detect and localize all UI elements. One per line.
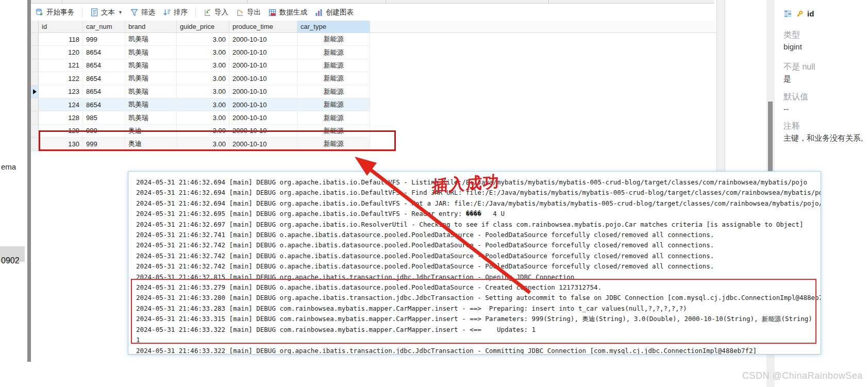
filter-icon	[130, 8, 139, 16]
cell-id[interactable]: 128	[39, 111, 83, 124]
cell-car_num[interactable]: 8654	[83, 46, 125, 59]
cell-car_num[interactable]: 999	[83, 33, 125, 46]
table-row[interactable]: 128985凯美瑞3.002000-10-10新能源	[31, 111, 370, 124]
cell-brand[interactable]: 凯美瑞	[125, 72, 177, 85]
table-row[interactable]: 1228654凯美瑞3.002000-10-10新能源	[31, 72, 370, 85]
create-chart-button[interactable]: 创建图表	[315, 8, 354, 17]
table-row[interactable]: 129999奥迪3.002000-10-10新能源	[31, 125, 370, 138]
cell-produce_time[interactable]: 2000-10-10	[229, 33, 297, 46]
table-row[interactable]: 1208654凯美瑞3.002000-10-10新能源	[31, 46, 370, 59]
table-row[interactable]: 1218654凯美瑞3.002000-10-10新能源	[31, 59, 370, 72]
cell-car_num[interactable]: 8654	[83, 86, 125, 98]
cell-brand[interactable]: 凯美瑞	[125, 33, 177, 46]
cell-car_num[interactable]: 8654	[83, 59, 125, 72]
import-button[interactable]: 导入	[204, 8, 228, 17]
scrollbar-thumb[interactable]	[768, 102, 773, 172]
cell-brand[interactable]: 凯美瑞	[125, 86, 177, 98]
cell-produce_time[interactable]: 2000-10-10	[229, 59, 297, 72]
cell-brand[interactable]: 奥迪	[125, 138, 177, 150]
table-body: 118999凯美瑞3.002000-10-10新能源1208654凯美瑞3.00…	[31, 33, 370, 151]
cell-car_type[interactable]: 新能源	[297, 72, 370, 85]
column-header-car-num[interactable]: car_num	[83, 21, 125, 33]
table-row[interactable]: 1238654凯美瑞3.002000-10-10新能源	[31, 86, 370, 98]
cell-id[interactable]: 118	[39, 33, 83, 46]
row-gutter-cell[interactable]	[31, 125, 39, 138]
cell-brand[interactable]: 凯美瑞	[125, 46, 177, 59]
row-gutter-cell[interactable]	[31, 72, 39, 85]
cell-car_type[interactable]: 新能源	[297, 98, 370, 111]
cell-guide_price[interactable]: 3.00	[177, 98, 229, 111]
cell-id[interactable]: 122	[39, 72, 83, 85]
cell-id[interactable]: 120	[39, 46, 83, 59]
cell-id[interactable]: 129	[39, 125, 83, 138]
cell-produce_time[interactable]: 2000-10-10	[229, 111, 297, 124]
cell-car_type[interactable]: 新能源	[297, 111, 370, 124]
toolbar-divider	[195, 7, 196, 18]
cell-car_type[interactable]: 新能源	[297, 138, 370, 150]
cell-car_num[interactable]: 8654	[83, 98, 125, 111]
cell-guide_price[interactable]: 3.00	[177, 46, 229, 59]
cell-brand[interactable]: 凯美瑞	[125, 59, 177, 72]
table-row[interactable]: 130999奥迪3.002000-10-10新能源	[31, 138, 370, 150]
cell-guide_price[interactable]: 3.00	[177, 125, 229, 138]
cell-car_type[interactable]: 新能源	[297, 125, 370, 138]
row-gutter-cell[interactable]	[31, 138, 39, 150]
cell-id[interactable]: 130	[39, 138, 83, 150]
cell-car_type[interactable]: 新能源	[297, 33, 370, 46]
cell-produce_time[interactable]: 2000-10-10	[229, 46, 297, 59]
cell-car_num[interactable]: 999	[83, 125, 125, 138]
cell-produce_time[interactable]: 2000-10-10	[229, 86, 297, 98]
table-row[interactable]: 1248654凯美瑞3.002000-10-10新能源	[31, 98, 370, 111]
row-gutter-cell[interactable]	[31, 59, 39, 72]
row-gutter-cell[interactable]	[31, 33, 39, 46]
column-header-produce-time[interactable]: produce_time	[229, 21, 297, 33]
cell-guide_price[interactable]: 3.00	[177, 111, 229, 124]
table-row[interactable]: 118999凯美瑞3.002000-10-10新能源	[31, 33, 370, 46]
filter-button[interactable]: 筛选	[130, 8, 155, 17]
data-generate-button[interactable]: 数据生成	[269, 8, 307, 17]
text-view-button[interactable]: 文本 ▼	[90, 8, 123, 17]
begin-transaction-button[interactable]: 开始事务	[36, 8, 74, 17]
left-item-fragment: 0902	[1, 256, 20, 265]
cell-id[interactable]: 121	[39, 59, 83, 72]
log-line: 2024-05-31 21:46:32.695 [main] DEBUG org…	[136, 209, 821, 219]
column-header-car-type[interactable]: car_type	[297, 21, 370, 33]
cell-brand[interactable]: 凯美瑞	[125, 111, 177, 124]
cell-guide_price[interactable]: 3.00	[177, 138, 229, 150]
cell-produce_time[interactable]: 2000-10-10	[229, 98, 297, 111]
toolbar-divider	[82, 7, 82, 18]
cell-car_num[interactable]: 985	[83, 111, 125, 124]
cell-brand[interactable]: 奥迪	[125, 125, 177, 138]
column-header-guide-price[interactable]: guide_price	[177, 21, 229, 33]
cell-produce_time[interactable]: 2000-10-10	[229, 138, 297, 150]
screenshot-stage: ema 0902 开始事务 文本 ▼ 筛选	[0, 0, 868, 387]
cell-guide_price[interactable]: 3.00	[177, 33, 229, 46]
row-gutter-cell[interactable]	[31, 98, 39, 111]
row-gutter-cell[interactable]	[31, 86, 39, 98]
info-value-comment: 主键，和业务没有关系,	[783, 133, 863, 143]
cell-car_type[interactable]: 新能源	[297, 59, 370, 72]
cell-guide_price[interactable]: 3.00	[177, 86, 229, 98]
cell-produce_time[interactable]: 2000-10-10	[229, 72, 297, 85]
cell-car_num[interactable]: 8654	[83, 72, 125, 85]
export-button[interactable]: 导出	[236, 8, 261, 17]
cell-produce_time[interactable]: 2000-10-10	[229, 125, 297, 138]
field-grid-icon	[783, 10, 792, 18]
cell-brand[interactable]: 凯美瑞	[125, 98, 177, 111]
cell-guide_price[interactable]: 3.00	[177, 59, 229, 72]
cell-id[interactable]: 123	[39, 86, 83, 98]
column-header-id[interactable]: id	[39, 21, 83, 33]
grid-header-extension	[370, 21, 716, 33]
cell-car_type[interactable]: 新能源	[297, 86, 370, 98]
debug-log-console[interactable]: 2024-05-31 21:46:32.694 [main] DEBUG org…	[128, 171, 821, 355]
cell-id[interactable]: 124	[39, 98, 83, 111]
result-grid: id car_num brand guide_price produce_tim…	[31, 21, 370, 151]
sort-button[interactable]: 排序	[163, 8, 188, 17]
cell-car_num[interactable]: 999	[83, 138, 125, 150]
cell-guide_price[interactable]: 3.00	[177, 72, 229, 85]
row-gutter-cell[interactable]	[31, 111, 39, 124]
grid-header-row: id car_num brand guide_price produce_tim…	[31, 21, 370, 33]
cell-car_type[interactable]: 新能源	[297, 46, 370, 59]
column-header-brand[interactable]: brand	[125, 21, 177, 33]
row-gutter-cell[interactable]	[31, 46, 39, 59]
